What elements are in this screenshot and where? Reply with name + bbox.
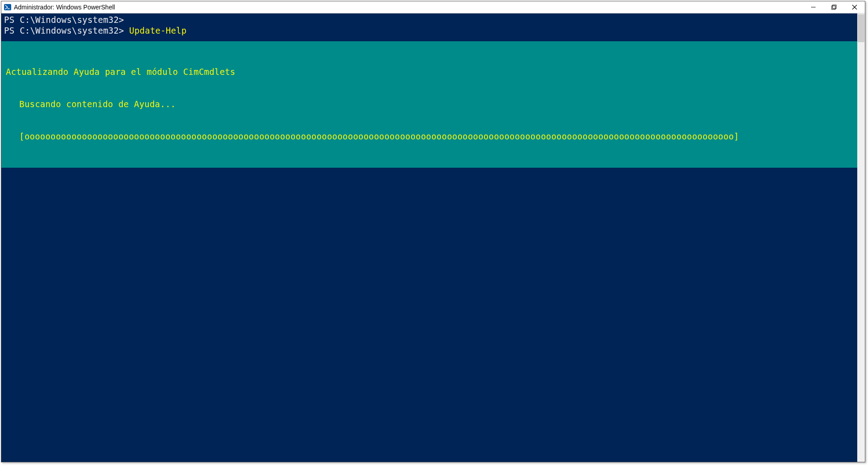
window-title: Administrador: Windows PowerShell	[14, 4, 115, 11]
scrollbar-thumb[interactable]	[858, 14, 864, 42]
svg-rect-4	[833, 5, 836, 9]
progress-header: Actualizando Ayuda para el módulo CimCmd…	[6, 66, 853, 77]
progress-block: Actualizando Ayuda para el módulo CimCmd…	[1, 41, 857, 168]
client-area: PS C:\Windows\system32> PS C:\Windows\sy…	[1, 13, 865, 462]
prompt-text: PS C:\Windows\system32>	[4, 26, 129, 35]
powershell-icon	[4, 4, 11, 11]
command-text: Update-Help	[129, 26, 186, 35]
prompt-text: PS C:\Windows\system32>	[4, 15, 124, 25]
terminal-output[interactable]: PS C:\Windows\system32> PS C:\Windows\sy…	[1, 13, 857, 462]
powershell-window: Administrador: Windows PowerShell PS C:\…	[1, 1, 865, 462]
close-button[interactable]	[844, 1, 865, 13]
prompt-line-1: PS C:\Windows\system32>	[4, 14, 857, 25]
maximize-button[interactable]	[824, 1, 844, 13]
svg-rect-3	[832, 6, 835, 9]
progress-bar: [ooooooooooooooooooooooooooooooooooooooo…	[6, 131, 853, 142]
vertical-scrollbar[interactable]	[857, 13, 865, 462]
titlebar[interactable]: Administrador: Windows PowerShell	[1, 1, 865, 13]
prompt-line-2: PS C:\Windows\system32> Update-Help	[4, 25, 857, 36]
minimize-button[interactable]	[803, 1, 824, 13]
progress-status: Buscando contenido de Ayuda...	[6, 99, 853, 109]
